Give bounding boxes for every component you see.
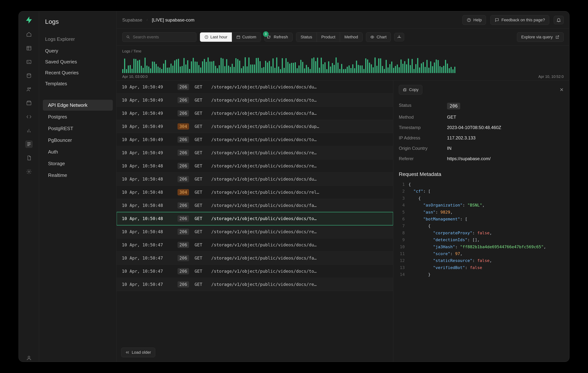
log-status: 304 <box>178 123 189 130</box>
svg-point-4 <box>27 73 31 75</box>
detail-field: Origin CountryIN <box>399 143 564 154</box>
log-path: /storage/v1/object/public/videos/docs/fa… <box>211 111 388 116</box>
log-timestamp: 10 Apr, 10:50:49 <box>122 137 172 142</box>
log-status: 206 <box>178 110 189 116</box>
log-method: GET <box>195 111 206 116</box>
main: Supabase / [LIVE] supabase-com Help Feed… <box>117 11 569 362</box>
sidebar-item-storage[interactable]: Storage <box>43 158 113 169</box>
storage-icon[interactable] <box>25 99 33 107</box>
sidebar-item-postgres[interactable]: Postgres <box>43 111 113 122</box>
download-icon <box>397 35 402 40</box>
notifications-button[interactable] <box>554 16 564 24</box>
log-timestamp: 10 Apr, 10:50:49 <box>122 84 172 89</box>
close-button[interactable]: ✕ <box>560 87 564 93</box>
log-timestamp: 10 Apr, 10:50:48 <box>122 164 172 168</box>
log-status: 206 <box>178 242 189 248</box>
log-timestamp: 10 Apr, 10:50:47 <box>122 269 172 274</box>
detail-panel: Copy ✕ Status206MethodGETTimestamp2023-0… <box>393 81 569 362</box>
log-timestamp: 10 Apr, 10:50:49 <box>122 124 172 129</box>
logs-icon[interactable] <box>25 141 33 148</box>
filter-status[interactable]: Status <box>296 32 317 42</box>
detail-field: Refererhttps://supabase.com/ <box>399 154 564 164</box>
search-input[interactable] <box>122 32 196 42</box>
sidebar-item-auth[interactable]: Auth <box>43 146 113 157</box>
log-timestamp: 10 Apr, 10:50:48 <box>122 216 172 221</box>
detail-field: Timestamp2023-04-10T08:50:48.460Z <box>399 122 564 133</box>
log-row[interactable]: 10 Apr, 10:50:47206GET/storage/v1/object… <box>117 278 393 291</box>
sql-editor-icon[interactable] <box>25 58 33 66</box>
log-row[interactable]: 10 Apr, 10:50:48206GET/storage/v1/object… <box>117 225 393 238</box>
log-status: 206 <box>178 136 189 143</box>
sidebar-item-pgbouncer[interactable]: PgBouncer <box>43 135 113 146</box>
log-row[interactable]: 10 Apr, 10:50:47206GET/storage/v1/object… <box>117 265 393 278</box>
download-button[interactable] <box>394 33 404 41</box>
log-row[interactable]: 10 Apr, 10:50:49206GET/storage/v1/object… <box>117 94 393 107</box>
log-path: /storage/v1/object/public/videos/docs/du… <box>211 124 388 129</box>
custom-range-button[interactable]: Custom <box>232 32 261 42</box>
sidebar-link-saved-queries[interactable]: Saved Queries <box>39 56 116 67</box>
icon-rail <box>19 11 39 362</box>
log-path: /storage/v1/object/public/videos/docs/re… <box>211 150 388 155</box>
log-method: GET <box>195 256 206 260</box>
chart-axis-end: Apr 10, 10:52:0 <box>538 74 564 79</box>
log-row[interactable]: 10 Apr, 10:50:47206GET/storage/v1/object… <box>117 252 393 265</box>
edge-functions-icon[interactable] <box>25 113 33 121</box>
log-row[interactable]: 10 Apr, 10:50:47206GET/storage/v1/object… <box>117 238 393 252</box>
log-method: GET <box>195 203 206 208</box>
clock-icon <box>204 35 209 39</box>
log-row[interactable]: 10 Apr, 10:50:49206GET/storage/v1/object… <box>117 81 393 94</box>
log-method: GET <box>195 216 206 221</box>
last-hour-button[interactable]: Last hour <box>200 32 232 42</box>
settings-icon[interactable] <box>25 168 33 175</box>
table-editor-icon[interactable] <box>25 44 33 52</box>
bell-icon <box>556 18 561 22</box>
docs-icon[interactable] <box>25 154 33 162</box>
svg-point-25 <box>372 37 373 38</box>
log-path: /storage/v1/object/public/videos/docs/re… <box>211 282 388 287</box>
feedback-icon <box>495 18 499 22</box>
clipboard-icon <box>403 88 407 92</box>
filter-method[interactable]: Method <box>340 32 362 42</box>
reports-icon[interactable] <box>25 127 33 134</box>
filter-product[interactable]: Product <box>317 32 340 42</box>
log-method: GET <box>195 269 206 274</box>
svg-point-18 <box>127 36 129 38</box>
sidebar-link-templates[interactable]: Templates <box>39 78 116 89</box>
log-method: GET <box>195 124 206 129</box>
rewind-icon <box>126 350 129 354</box>
log-row[interactable]: 10 Apr, 10:50:49304GET/storage/v1/object… <box>117 120 393 133</box>
user-icon[interactable] <box>25 354 33 362</box>
help-button[interactable]: Help <box>462 15 486 25</box>
auth-icon[interactable] <box>25 86 33 93</box>
log-row[interactable]: 10 Apr, 10:50:49206GET/storage/v1/object… <box>117 133 393 146</box>
log-row[interactable]: 10 Apr, 10:50:49206GET/storage/v1/object… <box>117 146 393 159</box>
copy-button[interactable]: Copy <box>399 85 422 94</box>
svg-point-5 <box>27 88 29 89</box>
chart-toggle-button[interactable]: Chart <box>366 32 391 42</box>
home-icon[interactable] <box>25 31 33 38</box>
log-row[interactable]: 10 Apr, 10:50:48304GET/storage/v1/object… <box>117 186 393 199</box>
log-method: GET <box>195 177 206 181</box>
log-row[interactable]: 10 Apr, 10:50:48206GET/storage/v1/object… <box>117 159 393 173</box>
refresh-button[interactable]: 3 Refresh <box>264 33 293 41</box>
detail-field: MethodGET <box>399 112 564 122</box>
log-method: GET <box>195 242 206 247</box>
log-row[interactable]: 10 Apr, 10:50:49206GET/storage/v1/object… <box>117 107 393 120</box>
sidebar-item-realtime[interactable]: Realtime <box>43 170 113 181</box>
log-row[interactable]: 10 Apr, 10:50:48206GET/storage/v1/object… <box>117 173 393 186</box>
breadcrumb-org[interactable]: Supabase <box>122 17 142 23</box>
log-timestamp: 10 Apr, 10:50:49 <box>122 111 172 116</box>
log-row[interactable]: 10 Apr, 10:50:48206GET/storage/v1/object… <box>117 199 393 212</box>
log-row[interactable]: 10 Apr, 10:50:48206GET/storage/v1/object… <box>117 212 393 225</box>
sidebar-item-postgrest[interactable]: PostgREST <box>43 123 113 134</box>
sidebar-item-api-edge-network[interactable]: API Edge Network <box>43 100 113 111</box>
sidebar-link-recent-queries[interactable]: Recent Queries <box>39 67 116 78</box>
database-icon[interactable] <box>25 72 33 79</box>
log-timestamp: 10 Apr, 10:50:47 <box>122 256 172 260</box>
load-older-button[interactable]: Load older <box>121 348 155 357</box>
feedback-button[interactable]: Feedback on this page? <box>490 15 549 25</box>
breadcrumb-project[interactable]: [LIVE] supabase-com <box>152 17 194 23</box>
log-status: 206 <box>178 255 189 261</box>
sidebar-link-query[interactable]: Query <box>39 45 116 56</box>
explore-query-button[interactable]: Explore via query <box>517 32 564 42</box>
